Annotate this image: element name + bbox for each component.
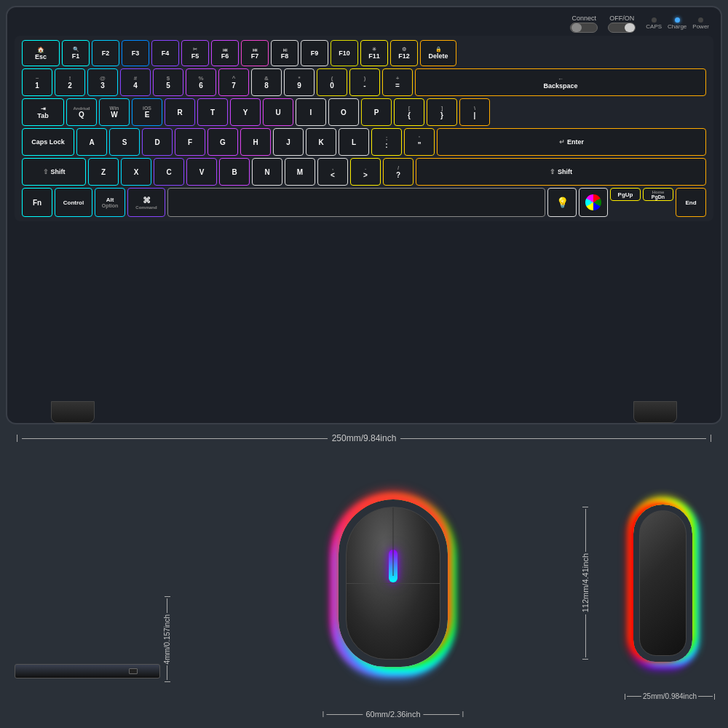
keyboard-side-view	[15, 664, 160, 678]
key-f9[interactable]: F9	[301, 40, 328, 66]
key-rshift[interactable]: ⇧Shift	[416, 158, 706, 186]
key-delete[interactable]: 🔒Delete	[420, 40, 456, 66]
keyboard-side-view-section: 4mm/0.157inch	[7, 444, 167, 722]
connect-switch-group: Connect	[570, 15, 598, 33]
key-gb[interactable]	[579, 188, 608, 217]
mouse-side-view	[639, 510, 687, 656]
key-semicolon[interactable]: ;:	[371, 128, 402, 156]
key-o[interactable]: O	[328, 98, 359, 126]
keyboard-width-dimension: 250mm/9.84inch	[7, 433, 721, 443]
key-z[interactable]: Z	[88, 158, 119, 186]
key-r[interactable]: R	[165, 98, 195, 126]
key-0[interactable]: (0	[317, 68, 347, 96]
key-j[interactable]: J	[273, 128, 304, 156]
key-pgdn[interactable]: HomePgDn	[643, 188, 673, 201]
key-a[interactable]: A	[76, 128, 107, 156]
key-f3[interactable]: F3	[122, 40, 149, 66]
key-w[interactable]: WinW	[99, 98, 130, 126]
key-7[interactable]: ^7	[218, 68, 249, 96]
key-f6[interactable]: ⏮F6	[211, 40, 239, 66]
key-m[interactable]: M	[285, 158, 315, 186]
key-k[interactable]: K	[306, 128, 336, 156]
key-backlight[interactable]: 💡	[547, 188, 577, 217]
key-tilde[interactable]: ~1	[22, 68, 52, 96]
mouse-top-view-section: 60mm/2.36inch 112mm/4.41inch	[175, 444, 612, 722]
key-space[interactable]	[167, 188, 545, 217]
key-minus[interactable]: )-	[349, 68, 380, 96]
fn-key-row: 🏠Esc 🔍F1 F2 F3 F4 ✂F5 ⏮F6 ⏭F7	[22, 40, 706, 66]
key-fn[interactable]: Fn	[22, 188, 52, 217]
mouse-side-width-dimension: 25mm/0.984inch	[619, 692, 721, 700]
key-rbrace[interactable]: ]}	[427, 98, 457, 126]
key-end[interactable]: End	[676, 188, 706, 217]
mouse-body-top	[346, 507, 440, 660]
key-command[interactable]: ⌘Command	[127, 188, 165, 217]
key-t[interactable]: T	[197, 98, 228, 126]
key-esc[interactable]: 🏠Esc	[22, 40, 60, 66]
key-3[interactable]: @3	[87, 68, 118, 96]
key-tab[interactable]: ⇥Tab	[22, 98, 64, 126]
keyboard-body: 🏠Esc 🔍F1 F2 F3 F4 ✂F5 ⏮F6 ⏭F7	[15, 36, 713, 221]
key-2[interactable]: !2	[55, 68, 85, 96]
key-lshift[interactable]: ⇧Shift	[22, 158, 86, 186]
key-b[interactable]: B	[219, 158, 250, 186]
key-h[interactable]: H	[240, 128, 271, 156]
key-backspace[interactable]: ←Backspace	[415, 68, 706, 96]
key-v[interactable]: V	[186, 158, 217, 186]
key-c[interactable]: C	[154, 158, 184, 186]
connect-label: Connect	[572, 15, 597, 22]
key-f4[interactable]: F4	[151, 40, 179, 66]
key-l[interactable]: L	[339, 128, 369, 156]
thickness-label: 4mm/0.157inch	[163, 614, 171, 664]
caps-key-row: Caps Lock A S D F G H J K L ;: '" ↵Enter	[22, 128, 706, 156]
key-n[interactable]: N	[252, 158, 282, 186]
mouse-width-label: 60mm/2.36inch	[365, 710, 420, 719]
key-f2[interactable]: F2	[92, 40, 119, 66]
key-f5[interactable]: ✂F5	[181, 40, 209, 66]
key-control[interactable]: Control	[55, 188, 92, 217]
key-i[interactable]: I	[296, 98, 326, 126]
key-quote[interactable]: '"	[404, 128, 435, 156]
key-6[interactable]: %6	[186, 68, 216, 96]
key-f[interactable]: F	[175, 128, 205, 156]
key-g[interactable]: G	[207, 128, 238, 156]
key-f11[interactable]: ✳F11	[360, 40, 388, 66]
power-indicator: Power	[692, 17, 709, 30]
key-p[interactable]: P	[361, 98, 392, 126]
key-lbrace[interactable]: [{	[394, 98, 424, 126]
key-f10[interactable]: F10	[331, 40, 358, 66]
key-x[interactable]: X	[121, 158, 151, 186]
number-key-row: ~1 !2 @3 #4 $5 %6 ^7 &8 *9 (0 )- += ←Bac…	[22, 68, 706, 96]
key-4[interactable]: #4	[120, 68, 151, 96]
key-5[interactable]: $5	[153, 68, 183, 96]
key-pgup[interactable]: PgUp	[610, 188, 641, 201]
key-d[interactable]: D	[142, 128, 173, 156]
key-alt[interactable]: AltOption	[95, 188, 125, 217]
power-indicator-label: Power	[692, 23, 709, 30]
keyboard-section: Connect OFF/ON CAPS Charge Power	[6, 6, 722, 424]
key-capslock[interactable]: Caps Lock	[22, 128, 74, 156]
key-slash[interactable]: /?	[383, 158, 414, 186]
usb-port	[129, 668, 138, 674]
key-u[interactable]: U	[263, 98, 293, 126]
key-f8[interactable]: ⏯F8	[271, 40, 298, 66]
key-8[interactable]: &8	[251, 68, 282, 96]
key-e[interactable]: iOSE	[132, 98, 162, 126]
key-f12[interactable]: ⚙F12	[390, 40, 418, 66]
mouse-top-view	[346, 507, 440, 660]
key-y[interactable]: Y	[230, 98, 261, 126]
key-equals[interactable]: +=	[382, 68, 413, 96]
keyboard-width-label: 250mm/9.84inch	[332, 433, 397, 443]
key-period[interactable]: .>	[350, 158, 381, 186]
offon-switch[interactable]	[608, 23, 636, 33]
key-enter[interactable]: ↵Enter	[437, 128, 706, 156]
key-pipe[interactable]: \|	[459, 98, 490, 126]
key-f1[interactable]: 🔍F1	[62, 40, 90, 66]
key-9[interactable]: *9	[284, 68, 314, 96]
key-s[interactable]: S	[109, 128, 140, 156]
key-q[interactable]: AndriudQ	[66, 98, 97, 126]
key-comma[interactable]: ,<	[317, 158, 348, 186]
offon-switch-group: OFF/ON	[608, 15, 636, 33]
connect-switch[interactable]	[570, 23, 598, 33]
key-f7[interactable]: ⏭F7	[241, 40, 269, 66]
